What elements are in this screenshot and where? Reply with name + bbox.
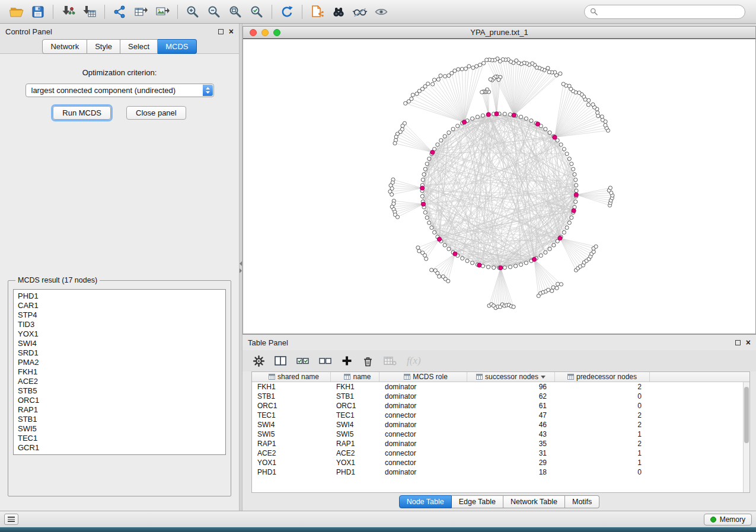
mcds-result-item[interactable]: TID3 [14,320,225,329]
zoom-out-button[interactable] [203,2,225,21]
zoom-window-icon[interactable] [273,29,280,36]
panel-menu-button[interactable] [4,514,18,525]
close-panel-icon[interactable]: × [746,338,751,347]
mcds-result-item[interactable]: CAR1 [14,301,225,310]
table-cell: SWI4 [331,420,379,430]
mcds-result-item[interactable]: SWI4 [14,339,225,348]
import-table-button[interactable] [79,2,100,21]
search-network-button[interactable] [328,2,349,21]
mcds-result-item[interactable]: RAP1 [14,405,225,415]
export-table-button[interactable] [130,2,152,21]
tab-network[interactable]: Network [42,39,87,54]
column-header-successor-nodes[interactable]: successor nodes [467,372,555,382]
mcds-result-item[interactable]: GCR1 [14,443,225,453]
mcds-result-item[interactable]: TEC1 [14,434,225,443]
tab-motifs[interactable]: Motifs [565,495,599,508]
mcds-buttons-row: Run MCDS Close panel [0,106,239,120]
table-cell: connector [379,430,467,439]
float-panel-icon[interactable] [218,29,224,34]
mcds-result-item[interactable]: FKH1 [14,367,225,377]
close-panel-button[interactable]: Close panel [126,106,186,120]
table-row[interactable]: SWI5SWI5connector431 [252,430,749,439]
collapse-left-icon[interactable] [240,261,242,266]
function-builder-button: f(x) [407,353,421,368]
mcds-result-item[interactable]: ACE2 [14,377,225,386]
table-row[interactable]: PHD1PHD1dominator180 [252,467,749,477]
zoom-in-icon [186,5,200,19]
run-mcds-button[interactable]: Run MCDS [53,106,111,120]
network-window-titlebar[interactable]: YPA_prune.txt_1 [243,27,755,39]
unselect-all-columns-button[interactable] [319,353,331,368]
zoom-in-button[interactable] [182,2,203,21]
zoom-selected-button[interactable] [246,2,267,21]
show-hide-button[interactable] [371,2,392,21]
share-document-button[interactable] [307,2,328,21]
tab-style[interactable]: Style [87,39,120,54]
zoom-fit-button[interactable] [225,2,246,21]
mcds-result-item[interactable]: STB5 [14,386,225,396]
column-header-mcds-role[interactable]: MCDS role [379,372,467,382]
table-row[interactable]: ORC1ORC1dominator610 [252,401,749,411]
table-panel: Table Panel × [243,334,756,511]
table-cell: ACE2 [252,448,331,458]
network-canvas-area[interactable] [243,39,755,334]
expand-right-icon[interactable] [240,268,242,273]
table-cell: 61 [467,401,555,411]
mcds-result-item[interactable]: YOX1 [14,329,225,339]
table-cell: 62 [467,392,555,401]
search-input[interactable] [601,8,739,16]
table-settings-button[interactable] [253,353,264,368]
table-row[interactable]: ACE2ACE2connector311 [252,448,749,458]
mcds-result-item[interactable]: PHD1 [14,291,225,301]
mcds-result-item[interactable]: PMA2 [14,358,225,367]
table-cell-filler [650,382,749,392]
minimize-window-icon[interactable] [261,29,269,36]
criterion-select[interactable]: largest connected component (undirected) [25,84,214,97]
export-image-button[interactable] [152,2,173,21]
column-header-name[interactable]: name [331,372,379,382]
show-columns-button[interactable] [275,353,286,368]
save-session-button[interactable] [27,2,49,21]
search-box[interactable] [584,5,745,19]
tab-network-table[interactable]: Network Table [503,495,565,508]
table-row[interactable]: RAP1RAP1dominator352 [252,439,749,448]
table-cell: SWI4 [252,420,331,430]
mcds-result-item[interactable]: SRD1 [14,348,225,358]
table-scrollbar[interactable] [743,382,749,492]
tab-edge-table[interactable]: Edge Table [452,495,503,508]
tab-mcds[interactable]: MCDS [158,39,196,54]
refresh-view-button[interactable] [276,2,298,21]
memory-button[interactable]: Memory [704,514,752,525]
mcds-result-list[interactable]: PHD1CAR1STP4TID3YOX1SWI4SRD1PMA2FKH1ACE2… [13,289,226,455]
tab-select[interactable]: Select [120,39,158,54]
mcds-result-group-title: MCDS result (17 nodes) [15,276,100,284]
table-row[interactable]: STB1STB1dominator620 [252,392,749,401]
table-row[interactable]: YOX1YOX1connector291 [252,458,749,467]
import-network-button[interactable] [58,2,79,21]
mcds-result-item[interactable]: STP4 [14,310,225,320]
create-column-button[interactable] [342,353,352,368]
delete-column-button[interactable] [362,353,374,368]
table-row[interactable]: SWI4SWI4dominator462 [252,420,749,430]
node-table-body[interactable]: FKH1FKH1dominator962STB1STB1dominator620… [252,382,749,492]
close-panel-icon[interactable]: × [229,27,234,36]
table-scrollbar-thumb[interactable] [744,387,749,443]
mcds-result-item[interactable]: STB1 [14,415,225,424]
column-header-shared-name[interactable]: shared name [252,372,331,382]
mcds-result-item[interactable]: ORC1 [14,396,225,405]
table-row[interactable]: FKH1FKH1dominator962 [252,382,749,392]
select-stepper-icon [203,85,213,96]
annotate-button[interactable] [349,2,371,21]
float-panel-icon[interactable] [735,340,741,345]
column-type-icon [404,374,410,380]
column-label: successor nodes [485,373,538,381]
column-header-predecessor-nodes[interactable]: predecessor nodes [555,372,650,382]
tab-node-table[interactable]: Node Table [399,495,452,508]
export-network-button[interactable] [109,2,130,21]
open-file-button[interactable] [6,2,27,21]
close-window-icon[interactable] [250,29,257,36]
mcds-result-item[interactable]: SWI5 [14,424,225,434]
table-panel-title: Table Panel [248,338,288,347]
table-row[interactable]: TEC1TEC1connector472 [252,411,749,420]
select-all-columns-button[interactable] [296,353,309,368]
